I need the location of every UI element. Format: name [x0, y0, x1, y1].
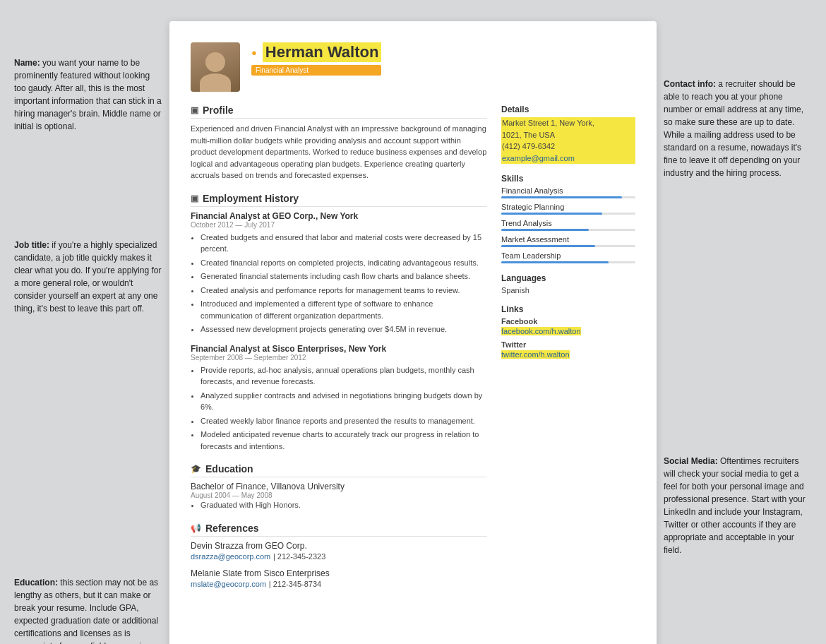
job-title-1: Financial Analyst at GEO Corp., New York	[191, 211, 487, 221]
link-entry-1: Facebook facebook.com/h.walton	[501, 317, 635, 336]
page-wrapper: Name: you want your name to be prominent…	[0, 0, 826, 644]
link-name-2: Twitter	[501, 340, 635, 349]
resume-body: ▣ Profile Experienced and driven Financi…	[191, 105, 635, 600]
skills-section: Skills Financial Analysis Strategic Plan…	[501, 174, 635, 263]
job-bullet: Created analysis and perfomance reports …	[200, 285, 487, 297]
skill-bar-1	[501, 196, 635, 198]
education-icon: 🎓	[191, 464, 201, 474]
resume-left-col: ▣ Profile Experienced and driven Financi…	[191, 105, 487, 600]
address-line1: Market Street 1, New York,	[501, 117, 635, 129]
skills-title: Skills	[501, 174, 635, 184]
name-dot: ●	[251, 47, 257, 58]
contact-annotation-text: a recruiter should be able to reach you …	[664, 79, 803, 178]
candidate-title-badge: Financial Analyst	[251, 65, 381, 76]
name-block: ● Herman Walton Financial Analyst	[251, 42, 381, 76]
social-annotation: Social Media: Oftentimes recruiters will…	[664, 455, 812, 556]
skill-bar-3	[501, 229, 635, 231]
ref-entry-1: Devin Strazza from GEO Corp. dsrazza@geo…	[191, 541, 487, 561]
link-name-1: Facebook	[501, 317, 635, 326]
education-annotation-label: Education:	[14, 578, 58, 588]
details-title: Details	[501, 105, 635, 114]
social-annotation-label: Social Media:	[664, 456, 718, 466]
job-bullet: Generated financial statements including…	[200, 270, 487, 282]
skill-bar-4	[501, 245, 635, 247]
edu-bullets: Graduated with High Honors.	[191, 499, 487, 511]
profile-section: ▣ Profile Experienced and driven Financi…	[191, 105, 487, 181]
link-url-1[interactable]: facebook.com/h.walton	[501, 327, 581, 335]
details-section: Details Market Street 1, New York, 1021,…	[501, 105, 635, 164]
name-annotation-label: Name:	[14, 58, 40, 68]
edu-school: Bachelor of Finance, Villanova Universit…	[191, 482, 487, 491]
job-entry-1: Financial Analyst at GEO Corp., New York…	[191, 211, 487, 335]
link-entry-2: Twitter twitter.com/h.walton	[501, 340, 635, 359]
job-bullet: Assessed new development projects genera…	[200, 323, 487, 335]
languages-title: Languages	[501, 273, 635, 283]
edu-entry-1: Bachelor of Finance, Villanova Universit…	[191, 482, 487, 511]
jobtitle-annotation: Job title: if you're a highly specialize…	[14, 239, 162, 315]
resume-right-col: Details Market Street 1, New York, 1021,…	[501, 105, 635, 600]
job-bullet: Created weekly labor finance reports and…	[200, 415, 487, 427]
references-icon: 📢	[191, 523, 201, 533]
job-bullet: Provide reports, ad-hoc analysis, annual…	[200, 364, 487, 388]
ref-phone-2b: 212-345-8734	[273, 580, 322, 588]
ref-email-2: mslate@geocorp.com	[191, 580, 266, 588]
job-bullet: Analyzed supplier contracts and advised …	[200, 390, 487, 413]
employment-section-title: ▣ Employment History	[191, 193, 487, 207]
skill-item-3: Trend Analysis	[501, 219, 635, 231]
jobtitle-annotation-text: if you're a highly specialized candidate…	[14, 240, 161, 314]
employment-icon: ▣	[191, 193, 198, 203]
job-bullet: Modeled anticipated revenue charts to ac…	[200, 429, 487, 452]
social-annotation-text: Oftentimes recruiters will check your so…	[664, 456, 806, 555]
links-title: Links	[501, 304, 635, 314]
job-date-1: October 2012 — July 2017	[191, 221, 487, 229]
job-title-2: Financial Analyst at Sisco Enterprises, …	[191, 344, 487, 354]
skill-name-2: Strategic Planning	[501, 203, 635, 211]
lang-item-1: Spanish	[501, 286, 635, 294]
skill-item-1: Financial Analysis	[501, 186, 635, 198]
ref-name-1: Devin Strazza from GEO Corp.	[191, 541, 487, 551]
jobtitle-annotation-label: Job title:	[14, 240, 49, 250]
skill-bar-2	[501, 213, 635, 215]
ref-name-2: Melanie Slate from Sisco Enterprises	[191, 568, 487, 578]
skill-name-5: Team Leadership	[501, 251, 635, 260]
avatar	[191, 42, 240, 92]
education-annotation: Education: this section may not be as le…	[14, 576, 162, 644]
contact-annotation-label: Contact info:	[664, 79, 716, 89]
education-section: 🎓 Education Bachelor of Finance, Villano…	[191, 463, 487, 511]
skill-item-4: Market Assessment	[501, 235, 635, 247]
references-section: 📢 References Devin Strazza from GEO Corp…	[191, 523, 487, 589]
address-line2: 1021, The USA	[501, 129, 635, 141]
ref-phone-1b: 212-345-2323	[277, 552, 326, 561]
skill-item-5: Team Leadership	[501, 251, 635, 263]
profile-text: Experienced and driven Financial Analyst…	[191, 123, 487, 181]
edu-date: August 2004 — May 2008	[191, 491, 487, 499]
contact-annotation: Contact info: a recruiter should be able…	[664, 78, 812, 179]
phone: (412) 479-6342	[501, 141, 635, 153]
employment-section: ▣ Employment History Financial Analyst a…	[191, 193, 487, 453]
job-bullet: Created budgets and ensured that labor a…	[200, 232, 487, 255]
candidate-name: Herman Walton	[263, 42, 382, 62]
right-annotations: Contact info: a recruiter should be able…	[657, 21, 812, 644]
references-section-title: 📢 References	[191, 523, 487, 537]
ref-email-1: dsrazza@geocorp.com	[191, 552, 270, 561]
profile-icon: ▣	[191, 105, 198, 115]
name-annotation: Name: you want your name to be prominent…	[14, 56, 162, 133]
education-annotation-text: this section may not be as lengthy as ot…	[14, 578, 160, 644]
link-url-2[interactable]: twitter.com/h.walton	[501, 350, 570, 359]
name-annotation-text: you want your name to be prominently fea…	[14, 58, 162, 131]
resume-header: ● Herman Walton Financial Analyst	[191, 42, 635, 92]
links-section: Links Facebook facebook.com/h.walton Twi…	[501, 304, 635, 359]
education-section-title: 🎓 Education	[191, 463, 487, 477]
languages-section: Languages Spanish	[501, 273, 635, 294]
left-annotations: Name: you want your name to be prominent…	[14, 21, 169, 644]
resume-card: ● Herman Walton Financial Analyst ▣ Prof…	[169, 21, 657, 644]
job-date-2: September 2008 — September 2012	[191, 354, 487, 362]
email: example@gmail.com	[501, 153, 635, 165]
skill-name-3: Trend Analysis	[501, 219, 635, 227]
skill-item-2: Strategic Planning	[501, 203, 635, 215]
details-address: Market Street 1, New York, 1021, The USA…	[501, 117, 635, 164]
job-bullets-1: Created budgets and ensured that labor a…	[191, 232, 487, 335]
ref-entry-2: Melanie Slate from Sisco Enterprises msl…	[191, 568, 487, 589]
skill-name-4: Market Assessment	[501, 235, 635, 244]
job-entry-2: Financial Analyst at Sisco Enterprises, …	[191, 344, 487, 453]
